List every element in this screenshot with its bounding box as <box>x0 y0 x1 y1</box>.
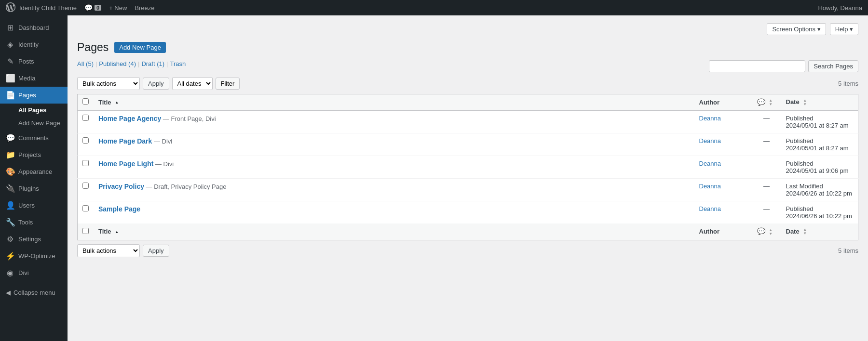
screen-options-btn[interactable]: Screen Options ▾ <box>767 23 826 35</box>
author-link[interactable]: Deanna <box>699 115 721 122</box>
search-pages-btn[interactable]: Search Pages <box>808 60 858 72</box>
page-title-link[interactable]: Sample Page <box>98 205 140 213</box>
sidebar-item-dashboard[interactable]: ⊞ Dashboard <box>0 19 68 36</box>
sidebar-item-wp-optimize[interactable]: ⚡ WP-Optimize <box>0 248 68 264</box>
comment-sort-arrows: ▲▼ <box>769 99 773 106</box>
filter-btn[interactable]: Filter <box>216 78 240 90</box>
comment-count: — <box>763 137 770 144</box>
bulk-actions-select-top[interactable]: Bulk actions <box>77 77 140 90</box>
author-link[interactable]: Deanna <box>699 183 721 190</box>
sidebar-item-label: Dashboard <box>18 24 49 31</box>
sidebar-item-appearance[interactable]: 🎨 Appearance <box>0 163 68 180</box>
howdy-user[interactable]: Howdy, Deanna <box>818 4 862 12</box>
identity-icon: ◈ <box>6 40 14 49</box>
table-row: Home Page Agency — Front Page, Divi Dean… <box>78 111 858 133</box>
date-status: Last Modified <box>786 183 823 190</box>
breeze-item[interactable]: Breeze <box>135 4 154 12</box>
sidebar-item-label: Tools <box>18 219 33 226</box>
row-comments-cell: — <box>752 201 781 224</box>
bulk-actions-select-bottom[interactable]: Bulk actions <box>77 244 140 257</box>
sidebar-item-settings[interactable]: ⚙ Settings <box>0 231 68 248</box>
filter-published[interactable]: Published (4) <box>99 60 136 67</box>
row-checkbox-cell <box>78 133 94 156</box>
page-title-link[interactable]: Home Page Agency <box>98 115 161 122</box>
settings-icon: ⚙ <box>6 235 14 244</box>
row-checkbox-cell <box>78 111 94 133</box>
items-count-top: 5 items <box>838 80 858 87</box>
add-new-page-btn[interactable]: Add New Page <box>114 42 166 53</box>
apply-btn-top[interactable]: Apply <box>143 78 169 90</box>
row-checkbox[interactable] <box>82 137 89 144</box>
title-sort-arrows: ▲ <box>115 101 119 105</box>
date-value: 2024/06/26 at 10:22 pm <box>786 190 852 197</box>
page-title: Pages <box>77 41 108 54</box>
sidebar-item-label: Plugins <box>18 185 39 192</box>
sidebar-item-comments[interactable]: 💬 Comments <box>0 130 68 146</box>
col-date-bottom[interactable]: Date ▲▼ <box>781 223 858 240</box>
table-row: Sample Page Deanna — Published 2024/06/2… <box>78 201 858 224</box>
author-link[interactable]: Deanna <box>699 160 721 167</box>
sidebar-item-pages[interactable]: 📄 Pages <box>0 87 68 104</box>
filter-draft[interactable]: Draft (1) <box>141 60 164 67</box>
help-btn[interactable]: Help ▾ <box>830 23 858 35</box>
collapse-menu-label: Collapse menu <box>14 289 55 296</box>
select-all-checkbox[interactable] <box>82 98 89 105</box>
collapse-menu-btn[interactable]: ◀ Collapse menu <box>0 285 68 300</box>
site-name[interactable]: Identity Child Theme <box>19 4 77 12</box>
sidebar-item-identity[interactable]: ◈ Identity <box>0 36 68 53</box>
row-checkbox[interactable] <box>82 205 89 211</box>
select-all-checkbox-bottom[interactable] <box>82 228 89 234</box>
sidebar-item-label: Divi <box>18 269 29 276</box>
row-author-cell: Deanna <box>694 201 752 224</box>
projects-icon: 📁 <box>6 150 14 159</box>
filter-all[interactable]: All (5) <box>77 60 94 67</box>
table-row: Home Page Light — Divi Deanna — Publishe… <box>78 156 858 179</box>
filter-trash[interactable]: Trash <box>170 60 186 67</box>
comment-count: — <box>763 205 770 212</box>
row-checkbox[interactable] <box>82 160 89 166</box>
new-item-btn[interactable]: + New <box>109 4 127 12</box>
row-checkbox[interactable] <box>82 183 89 189</box>
submenu-add-new-page[interactable]: Add New Page <box>0 117 68 130</box>
sidebar-item-projects[interactable]: 📁 Projects <box>0 146 68 163</box>
row-comments-cell: — <box>752 156 781 179</box>
date-status: Published <box>786 115 814 122</box>
divi-icon: ◉ <box>6 268 14 277</box>
author-link[interactable]: Deanna <box>699 205 721 212</box>
comments-count[interactable]: 💬 0 <box>84 4 101 12</box>
select-all-checkbox-col <box>78 94 94 111</box>
page-title-link[interactable]: Privacy Policy <box>98 183 144 190</box>
col-title[interactable]: Title ▲ <box>94 94 694 111</box>
table-row: Home Page Dark — Divi Deanna — Published… <box>78 133 858 156</box>
col-date[interactable]: Date ▲▼ <box>781 94 858 111</box>
wp-logo[interactable] <box>6 2 15 13</box>
date-filter-select[interactable]: All dates <box>172 77 213 90</box>
author-link[interactable]: Deanna <box>699 137 721 144</box>
date-status: Published <box>786 137 814 144</box>
sidebar-item-tools[interactable]: 🔧 Tools <box>0 214 68 231</box>
page-title-link[interactable]: Home Page Dark <box>98 137 152 145</box>
top-bar: Screen Options ▾ Help ▾ <box>77 23 858 35</box>
sidebar-item-label: Identity <box>18 41 39 48</box>
row-title-cell: Home Page Light — Divi <box>94 156 694 179</box>
apply-btn-bottom[interactable]: Apply <box>143 245 169 257</box>
sidebar-item-users[interactable]: 👤 Users <box>0 197 68 214</box>
sidebar-item-media[interactable]: ⬜ Media <box>0 70 68 87</box>
comment-count: — <box>763 183 770 190</box>
search-input[interactable] <box>709 60 805 72</box>
col-author: Author <box>694 94 752 111</box>
select-all-checkbox-col-bottom <box>78 223 94 240</box>
col-title-bottom[interactable]: Title ▲ <box>94 223 694 240</box>
row-checkbox[interactable] <box>82 115 89 121</box>
sidebar-item-posts[interactable]: ✎ Posts <box>0 53 68 70</box>
row-author-cell: Deanna <box>694 179 752 201</box>
page-title-link[interactable]: Home Page Light <box>98 160 153 168</box>
search-area: Search Pages <box>709 60 858 72</box>
submenu-all-pages[interactable]: All Pages <box>0 104 68 117</box>
pages-icon: 📄 <box>6 91 14 100</box>
date-value: 2024/06/26 at 10:22 pm <box>786 212 852 220</box>
appearance-icon: 🎨 <box>6 167 14 176</box>
wp-optimize-icon: ⚡ <box>6 251 14 261</box>
sidebar-item-plugins[interactable]: 🔌 Plugins <box>0 180 68 197</box>
sidebar-item-divi[interactable]: ◉ Divi <box>0 264 68 281</box>
